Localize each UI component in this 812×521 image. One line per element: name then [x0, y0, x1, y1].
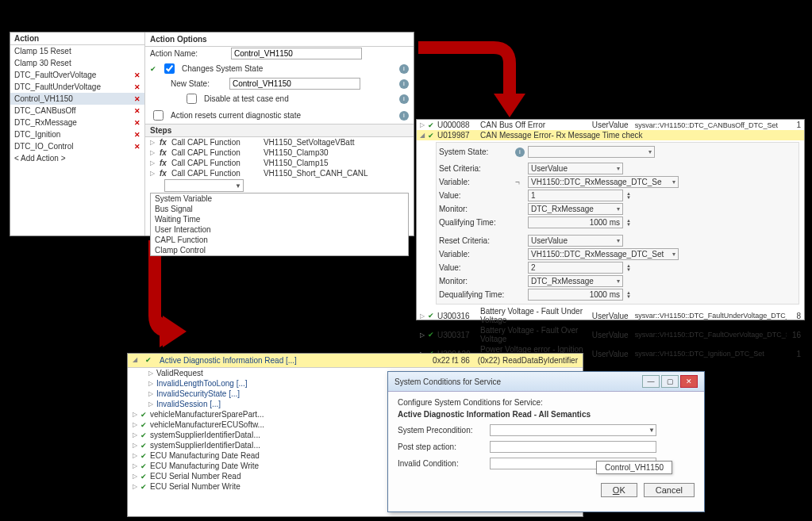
delete-icon[interactable]: ✕: [134, 131, 140, 139]
action-item-selected[interactable]: Control_VH1150✕: [10, 93, 144, 105]
delete-icon[interactable]: ✕: [134, 95, 140, 103]
expand-icon[interactable]: ▷: [133, 421, 137, 428]
spinner[interactable]: ▲▼: [626, 192, 631, 200]
dropdown-item[interactable]: CAPL Function: [151, 235, 408, 245]
monitor-combo[interactable]: DTC_RxMessage▾: [528, 203, 623, 215]
delete-icon[interactable]: ✕: [134, 71, 140, 79]
expand-icon[interactable]: ▷: [150, 170, 155, 177]
dtc-row[interactable]: ▷✔U300317Battery Voltage - Fault Over Vo…: [417, 325, 804, 344]
cancel-button[interactable]: Cancel: [644, 483, 695, 497]
dropdown-item[interactable]: System Variable: [151, 193, 408, 204]
dequalifying-time-input[interactable]: 1000 ms: [528, 289, 623, 301]
system-state-combo[interactable]: ▾: [528, 146, 655, 158]
expand-icon[interactable]: ▷: [133, 462, 137, 469]
value-label: Value:: [439, 191, 512, 200]
delete-icon[interactable]: ✕: [134, 143, 140, 151]
action-item[interactable]: DTC_FaultUnderVoltage✕: [10, 81, 144, 93]
dialog-titlebar[interactable]: System Conditions for Service — ▢ ✕: [388, 372, 704, 392]
step-type-dropdown[interactable]: System Variable Bus Signal Waiting Time …: [150, 193, 409, 256]
expand-icon[interactable]: ▷: [133, 452, 137, 459]
action-item[interactable]: DTC_Ignition✕: [10, 128, 144, 140]
expand-icon[interactable]: ▷: [150, 149, 155, 156]
delete-icon[interactable]: ✕: [134, 83, 140, 91]
action-item[interactable]: DTC_CANBusOff✕: [10, 105, 144, 117]
autocomplete-popup[interactable]: Control_VH1150: [596, 461, 672, 474]
set-criteria-combo[interactable]: UserValue▾: [528, 163, 623, 174]
delete-icon[interactable]: ✕: [134, 119, 140, 127]
value-input[interactable]: 1: [528, 190, 623, 201]
expand-icon[interactable]: ▷: [148, 380, 153, 387]
action-item[interactable]: Clamp 30 Reset: [10, 57, 144, 69]
minimize-button[interactable]: —: [642, 375, 660, 388]
reset-criteria-label: Reset Criteria:: [439, 236, 512, 245]
step-type-combo[interactable]: ▼: [164, 179, 244, 192]
expand-icon[interactable]: ▷: [148, 390, 153, 397]
step-row[interactable]: ▷fxCall CAPL FunctionVH1150_SetVoltageVB…: [145, 137, 414, 147]
expand-icon[interactable]: ▷: [420, 121, 425, 128]
info-icon[interactable]: i: [399, 79, 409, 89]
expand-icon[interactable]: ▷: [133, 411, 137, 418]
check-icon: ✔: [140, 473, 147, 481]
dropdown-item[interactable]: User Interaction: [151, 224, 408, 235]
spinner[interactable]: ▲▼: [626, 219, 631, 227]
post-step-input[interactable]: [490, 441, 656, 453]
expand-icon[interactable]: ▷: [133, 442, 137, 449]
expand-icon[interactable]: ▷: [420, 331, 425, 339]
action-item[interactable]: DTC_IO_Control✕: [10, 140, 144, 152]
expand-icon[interactable]: ▷: [148, 370, 153, 377]
add-action[interactable]: < Add Action >: [10, 152, 144, 164]
disable-end-label: Disable at test case end: [204, 94, 289, 103]
close-button[interactable]: ✕: [680, 375, 698, 388]
expand-icon[interactable]: ▷: [150, 139, 155, 146]
info-icon[interactable]: i: [399, 64, 409, 74]
expand-icon[interactable]: ▷: [133, 473, 137, 480]
qualifying-time-input[interactable]: 1000 ms: [528, 216, 623, 228]
spinner[interactable]: ▲▼: [626, 264, 631, 272]
info-icon[interactable]: i: [399, 111, 409, 121]
collapse-icon[interactable]: ◢: [133, 356, 137, 365]
variable-label: Variable:: [439, 250, 512, 259]
spinner[interactable]: ▲▼: [626, 291, 631, 299]
dropdown-item[interactable]: Clamp Control: [151, 245, 408, 255]
value-input[interactable]: 2: [528, 262, 623, 274]
dropdown-item[interactable]: Bus Signal: [151, 204, 408, 214]
action-name-input[interactable]: [231, 48, 362, 59]
expand-icon[interactable]: ▷: [133, 431, 137, 439]
ok-button[interactable]: OK: [601, 483, 637, 497]
monitor-combo[interactable]: DTC_RxMessage▾: [528, 275, 623, 287]
dtc-row[interactable]: ▷✔U300316Battery Voltage - Fault Under V…: [417, 306, 804, 325]
expand-icon[interactable]: ▷: [150, 159, 155, 167]
action-list: Action Clamp 15 Reset Clamp 30 Reset DTC…: [10, 33, 145, 236]
diag-title[interactable]: Active Diagnostic Information Read [...]: [160, 356, 297, 365]
info-icon[interactable]: i: [515, 147, 525, 157]
chevron-down-icon[interactable]: ▼: [648, 427, 655, 434]
expand-icon[interactable]: ▷: [148, 400, 153, 408]
reset-criteria-combo[interactable]: UserValue▾: [528, 235, 623, 247]
step-row[interactable]: ▷fxCall CAPL FunctionVH1150_Clamp30: [145, 147, 414, 158]
delete-icon[interactable]: ✕: [134, 107, 140, 115]
info-icon[interactable]: i: [399, 94, 409, 104]
expand-icon[interactable]: ▷: [420, 312, 425, 320]
action-item[interactable]: DTC_FaultOverVoltage✕: [10, 69, 144, 81]
dtc-row[interactable]: ▷✔U000088CAN Bus Off ErrorUserValuesysva…: [417, 120, 804, 130]
action-item[interactable]: DTC_RxMessage✕: [10, 117, 144, 128]
expand-icon[interactable]: ▷: [133, 483, 137, 490]
dtc-row-selected[interactable]: ◢✔U019987CAN Message Error- Rx Message T…: [417, 130, 804, 140]
dropdown-item[interactable]: Waiting Time: [151, 214, 408, 224]
collapse-icon[interactable]: ◢: [420, 132, 425, 139]
step-row[interactable]: ▷fxCall CAPL FunctionVH1150_Clamp15: [145, 158, 414, 168]
precondition-input[interactable]: [490, 424, 656, 436]
disable-end-checkbox[interactable]: [187, 94, 197, 104]
action-header: Action: [10, 33, 144, 45]
variable-combo[interactable]: VH1150::DTC_RxMessage_DTC_Se▾: [528, 176, 679, 188]
new-state-input[interactable]: [229, 78, 360, 90]
changes-state-checkbox[interactable]: [164, 63, 175, 74]
step-row[interactable]: ▷fxCall CAPL FunctionVH1150_Short_CANH_C…: [145, 168, 414, 178]
fx-icon: fx: [160, 159, 167, 167]
variable-combo[interactable]: VH1150::DTC_RxMessage_DTC_Set▾: [528, 248, 679, 260]
maximize-button[interactable]: ▢: [661, 375, 679, 388]
resets-checkbox[interactable]: [153, 110, 164, 121]
diag-header[interactable]: ◢ ✔ Active Diagnostic Information Read […: [128, 354, 583, 368]
check-icon: ✔: [428, 121, 434, 129]
action-item[interactable]: Clamp 15 Reset: [10, 45, 144, 57]
